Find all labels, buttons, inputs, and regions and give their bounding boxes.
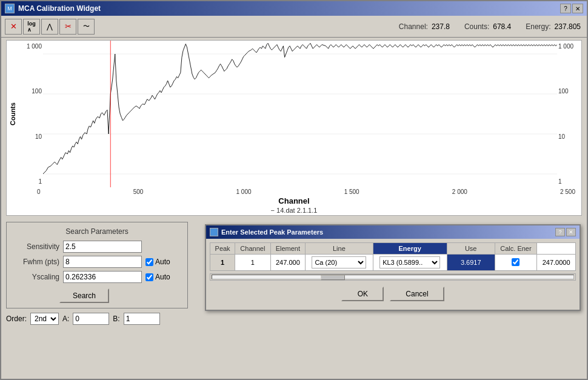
yscaling-row: Yscaling Auto [14,271,180,283]
sensitivity-input[interactable] [63,241,142,253]
counts-status: Counts: 678.4 [464,22,521,32]
b-label: B: [113,315,119,323]
fwhm-label: Fwhm (pts) [14,258,59,266]
energy-status: Energy: 237.805 [526,22,583,32]
energy-label: Energy: [526,22,550,31]
fwhm-input[interactable] [63,256,142,268]
chart-container: Counts 1 000 100 10 1 [6,40,582,216]
y-axis-label: Counts [7,41,19,187]
reset-tool-button[interactable]: ✕ [5,19,22,35]
counts-value: 678.4 [490,22,521,32]
title-bar: M MCA Calibration Widget ? ✕ [1,1,587,16]
search-button[interactable]: Search [59,288,109,303]
x-axis-label: Channel [278,196,309,205]
fwhm-auto-label: Auto [155,258,170,266]
channel-status: Channel: 237.8 [399,22,459,32]
title-bar-left: M MCA Calibration Widget [5,4,101,13]
channel-label: Channel: [399,22,428,31]
energy-value: 237.805 [552,22,583,32]
window-title: MCA Calibration Widget [18,4,101,13]
fwhm-auto-container: Auto [145,258,170,266]
toolbar: ✕ log∧ ⋀ ✂ 〜 Channel: 237.8 Counts: 678.… [1,16,587,38]
chart-plot-area[interactable] [43,41,557,187]
auto-button[interactable]: 〜 [78,19,95,35]
main-window: M MCA Calibration Widget ? ✕ ✕ log∧ ⋀ ✂ … [0,0,588,380]
order-label: Order: [6,315,27,323]
toolbar-status: Channel: 237.8 Counts: 678.4 Energy: 237… [399,22,583,32]
x-axis-area: 0 500 1 000 1 500 2 000 2 500 Channel [7,187,581,207]
search-panel: Search Parameters Sensitivity Fwhm (pts)… [6,222,188,308]
y-axis-left-ticks: 1 000 100 10 1 [19,41,43,187]
peak-button[interactable]: ⋀ [41,19,58,35]
chart-svg [43,41,557,187]
a-input[interactable] [73,313,109,325]
yscaling-auto-checkbox[interactable] [145,273,153,281]
order-bar: Order: 2nd 1st 3rd A: B: [6,311,582,327]
app-icon: M [5,4,15,13]
fwhm-auto-checkbox[interactable] [145,258,153,266]
order-select[interactable]: 2nd 1st 3rd [30,313,59,325]
yscaling-label: Yscaling [14,273,59,281]
close-button[interactable]: ✕ [572,4,583,13]
search-panel-title: Search Parameters [14,227,180,236]
channel-value: 237.8 [429,22,459,32]
fwhm-row: Fwhm (pts) Auto [14,256,180,268]
b-input[interactable] [124,313,160,325]
help-button[interactable]: ? [560,4,571,13]
counts-label: Counts: [464,22,489,31]
y-axis-right-ticks: 1 000 100 10 1 [557,41,581,187]
x-axis-ticks: 0 500 1 000 1 500 2 000 2 500 [37,188,575,195]
sensitivity-label: Sensitivity [14,242,59,251]
yscaling-auto-container: Auto [145,273,170,281]
chart-inner: Counts 1 000 100 10 1 [7,41,581,187]
a-label: A: [62,315,69,323]
title-buttons: ? ✕ [560,4,583,13]
cut-button[interactable]: ✂ [59,19,76,35]
yscaling-input[interactable] [63,271,142,283]
yscaling-auto-label: Auto [155,273,170,281]
log-scale-button[interactable]: log∧ [23,19,40,35]
chart-subtitle: − 14.dat 2.1.1.1 [7,207,581,215]
sensitivity-row: Sensitivity [14,241,180,253]
